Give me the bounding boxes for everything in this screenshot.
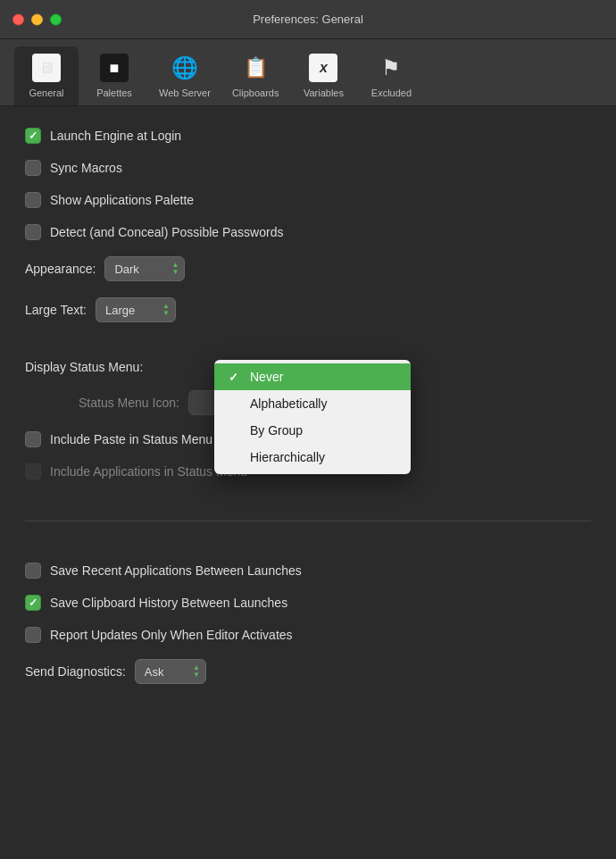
send-diagnostics-dropdown[interactable]: Ask ▲ ▼ [135,659,206,684]
menu-item-never-label: Never [250,370,283,384]
launch-engine-row: Launch Engine at Login [25,128,591,144]
menu-item-hierarchically[interactable]: Hierarchically [214,444,411,471]
menu-item-by-group-label: By Group [250,423,303,438]
menu-item-alphabetically[interactable]: Alphabetically [214,390,411,417]
detect-passwords-label: Detect (and Conceal) Possible Passwords [50,225,283,239]
large-text-row: Large Text: Large ▲ ▼ [25,297,591,322]
include-paste-checkbox[interactable] [25,431,41,447]
send-diagnostics-label: Send Diagnostics: [25,664,126,679]
show-applications-palette-checkbox[interactable] [25,192,41,208]
save-clipboard-label: Save Clipboard History Between Launches [50,596,287,610]
status-menu-icon-label: Status Menu Icon: [79,396,179,410]
show-applications-palette-row: Show Applications Palette [25,192,591,208]
save-clipboard-checkbox[interactable] [25,595,41,611]
sync-macros-checkbox[interactable] [25,160,41,176]
traffic-lights [12,13,62,25]
report-updates-row: Report Updates Only When Editor Activate… [25,627,591,643]
launch-engine-label: Launch Engine at Login [50,129,181,143]
tab-excluded-label: Excluded [371,88,412,98]
save-recent-label: Save Recent Applications Between Launche… [50,563,302,578]
large-text-dropdown[interactable]: Large ▲ ▼ [96,297,176,322]
save-clipboard-row: Save Clipboard History Between Launches [25,595,591,611]
general-icon: 🖥 [30,52,62,84]
divider-1 [25,521,591,521]
sync-macros-label: Sync Macros [50,161,122,175]
window-title: Preferences: General [253,13,363,26]
detect-passwords-checkbox[interactable] [25,224,41,240]
checkmark-icon: ✓ [229,371,243,384]
appearance-dropdown-arrow: ▲ ▼ [171,262,179,276]
send-diagnostics-row: Send Diagnostics: Ask ▲ ▼ [25,659,591,684]
include-paste-label: Include Paste in Status Menu [50,432,212,446]
tab-webserver-label: Web Server [159,88,211,98]
display-status-menu-label: Display Status Menu: [25,360,143,374]
display-status-menu-popup: ✓ Never Alphabetically By Group Hierarch… [214,360,411,474]
report-updates-checkbox[interactable] [25,627,41,643]
menu-item-hierarchically-label: Hierarchically [250,450,325,464]
send-diagnostics-arrow: ▲ ▼ [193,664,200,679]
include-applications-checkbox[interactable] [25,463,41,480]
menu-item-alphabetically-label: Alphabetically [250,396,327,411]
send-diagnostics-value: Ask [145,665,164,679]
detect-passwords-row: Detect (and Conceal) Possible Passwords [25,224,591,240]
report-updates-label: Report Updates Only When Editor Activate… [50,628,293,642]
tab-variables-label: Variables [304,88,344,98]
title-bar: Preferences: General [0,0,616,39]
preferences-content: Launch Engine at Login Sync Macros Show … [0,106,616,705]
close-button[interactable] [12,13,24,25]
palettes-icon: ■ [98,52,130,84]
save-recent-row: Save Recent Applications Between Launche… [25,563,591,579]
launch-engine-checkbox[interactable] [25,128,41,144]
clipboards-icon: 📋 [239,52,271,84]
minimize-button[interactable] [31,13,43,25]
appearance-value: Dark [114,263,138,276]
show-applications-palette-label: Show Applications Palette [50,193,194,207]
save-recent-checkbox[interactable] [25,563,41,579]
variables-icon: x [307,52,339,84]
large-text-value: Large [105,304,135,317]
tab-palettes[interactable]: ■ Palettes [82,46,146,105]
sync-macros-row: Sync Macros [25,160,591,176]
menu-item-by-group[interactable]: By Group [214,417,411,444]
tab-variables[interactable]: x Variables [291,46,355,105]
appearance-row: Appearance: Dark ▲ ▼ [25,256,591,281]
menu-item-never[interactable]: ✓ Never [214,363,411,390]
appearance-label: Appearance: [25,262,96,276]
tab-palettes-label: Palettes [96,88,132,98]
tab-general-label: General [29,88,63,98]
tab-excluded[interactable]: ⚑ Excluded [359,46,423,105]
tab-general[interactable]: 🖥 General [14,46,79,105]
tab-clipboards-label: Clipboards [232,88,279,98]
display-status-menu-row: Display Status Menu: ✓ Never Alphabetica… [25,360,591,374]
maximize-button[interactable] [50,13,62,25]
excluded-icon: ⚑ [375,52,407,84]
tab-webserver[interactable]: 🌐 Web Server [150,46,220,105]
appearance-dropdown[interactable]: Dark ▲ ▼ [104,256,185,281]
webserver-icon: 🌐 [169,52,201,84]
large-text-label: Large Text: [25,303,87,317]
tab-clipboards[interactable]: 📋 Clipboards [223,46,288,105]
toolbar: 🖥 General ■ Palettes 🌐 Web Server 📋 Clip… [0,39,616,106]
large-text-dropdown-arrow: ▲ ▼ [162,303,170,317]
